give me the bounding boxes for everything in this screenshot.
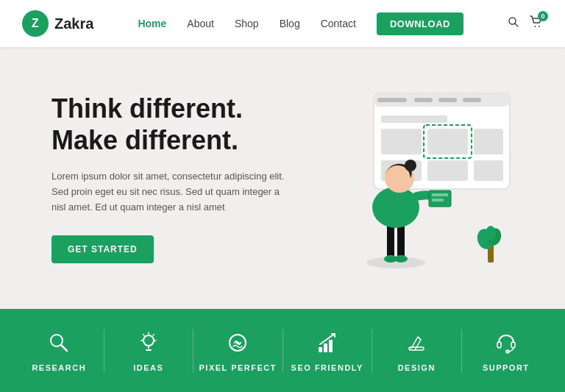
svg-line-42 — [143, 334, 144, 335]
hero-section: Think different. Make different. Lorem i… — [0, 47, 565, 309]
svg-rect-28 — [432, 193, 448, 196]
feature-pixel: PIXEL PERFECT — [193, 329, 282, 372]
svg-rect-47 — [319, 347, 322, 352]
search-icon — [508, 16, 519, 28]
svg-point-26 — [405, 160, 416, 171]
hero-illustration — [285, 47, 521, 309]
svg-text:Z: Z — [32, 17, 39, 29]
svg-point-5 — [539, 26, 540, 27]
feature-seo: SEO FRIENDLY — [283, 329, 372, 372]
svg-point-24 — [372, 187, 419, 228]
feature-support: SUPPORT — [462, 329, 551, 372]
svg-rect-13 — [381, 129, 422, 154]
header-icons: 0 — [508, 15, 543, 32]
svg-rect-8 — [377, 98, 407, 102]
nav-blog[interactable]: Blog — [280, 18, 300, 29]
research-icon — [47, 329, 71, 356]
svg-point-46 — [236, 341, 239, 344]
feature-research: RESEARCH — [15, 329, 104, 372]
hero-title: Think different. Make different. — [51, 93, 285, 156]
logo-icon: Z — [22, 10, 49, 37]
svg-line-36 — [61, 345, 67, 351]
svg-rect-49 — [329, 340, 333, 352]
hero-description: Lorem ipsum dolor sit amet, consectetur … — [51, 169, 285, 215]
pixel-icon — [226, 329, 249, 356]
svg-point-37 — [143, 335, 154, 346]
feature-support-label: SUPPORT — [483, 363, 530, 372]
cart-button[interactable]: 0 — [530, 15, 543, 32]
svg-line-3 — [515, 24, 518, 26]
nav-shop[interactable]: Shop — [235, 18, 259, 29]
svg-rect-10 — [438, 98, 457, 102]
svg-point-33 — [486, 226, 496, 240]
feature-ideas: IDEAS — [104, 329, 193, 372]
feature-research-label: RESEARCH — [32, 363, 86, 372]
feature-design: DESIGN — [372, 329, 461, 372]
feature-ideas-label: IDEAS — [133, 363, 163, 372]
svg-rect-11 — [463, 98, 481, 102]
svg-rect-52 — [497, 342, 501, 348]
svg-rect-12 — [381, 115, 447, 123]
svg-point-4 — [534, 26, 536, 27]
features-bar: RESEARCH IDEAS — [0, 309, 565, 392]
cart-badge: 0 — [538, 11, 548, 21]
svg-rect-48 — [324, 343, 327, 352]
get-started-button[interactable]: GET STARTED — [51, 235, 154, 263]
svg-line-41 — [153, 334, 154, 335]
feature-design-label: DESIGN — [398, 363, 436, 372]
search-button[interactable] — [508, 16, 519, 31]
download-button[interactable]: DOWNLOAD — [377, 13, 463, 35]
hero-content: Think different. Make different. Lorem i… — [51, 93, 285, 264]
svg-rect-15 — [474, 129, 503, 154]
seo-icon — [316, 329, 339, 356]
svg-rect-17 — [427, 160, 468, 181]
support-icon — [494, 329, 518, 356]
ideas-icon — [137, 329, 160, 356]
svg-point-34 — [366, 257, 425, 268]
svg-rect-29 — [432, 199, 444, 202]
nav-about[interactable]: About — [187, 18, 214, 29]
feature-seo-label: SEO FRIENDLY — [291, 363, 363, 372]
logo[interactable]: Z Zakra — [22, 10, 93, 37]
svg-rect-9 — [414, 98, 433, 102]
nav-home[interactable]: Home — [138, 18, 166, 29]
logo-text: Zakra — [54, 15, 93, 32]
hero-svg — [285, 79, 521, 277]
design-icon — [405, 329, 428, 356]
svg-rect-53 — [511, 342, 515, 348]
nav-contact[interactable]: Contact — [321, 18, 356, 29]
svg-rect-14 — [427, 129, 468, 154]
main-nav: Home About Shop Blog Contact DOWNLOAD — [138, 13, 463, 35]
feature-pixel-label: PIXEL PERFECT — [199, 363, 277, 372]
svg-rect-18 — [474, 160, 503, 181]
site-header: Z Zakra Home About Shop Blog Contact DOW… — [0, 0, 565, 47]
